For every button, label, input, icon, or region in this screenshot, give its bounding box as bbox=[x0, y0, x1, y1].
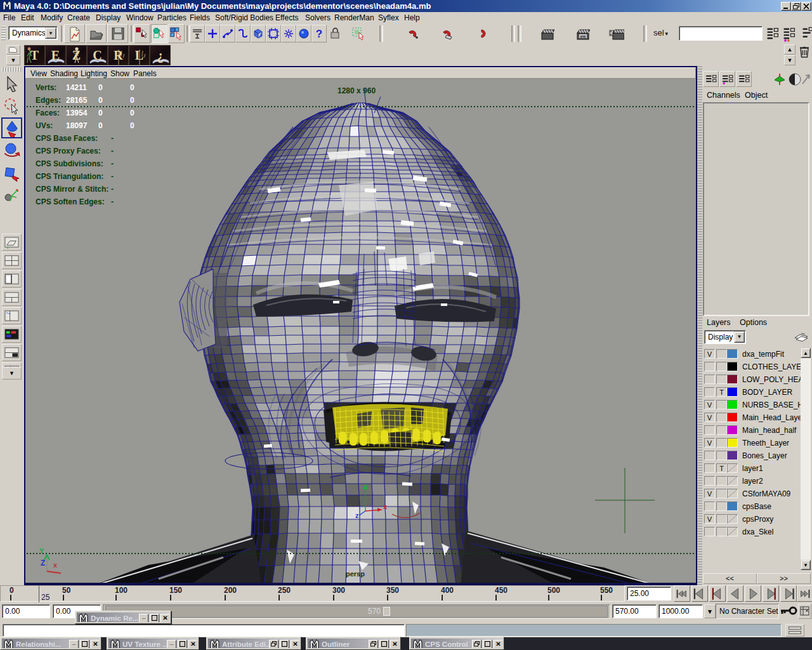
svg-text:z: z bbox=[355, 512, 359, 519]
svg-text:IPR: IPR bbox=[580, 35, 586, 39]
svg-text:?: ? bbox=[316, 28, 322, 40]
svg-text:x: x bbox=[383, 503, 388, 510]
